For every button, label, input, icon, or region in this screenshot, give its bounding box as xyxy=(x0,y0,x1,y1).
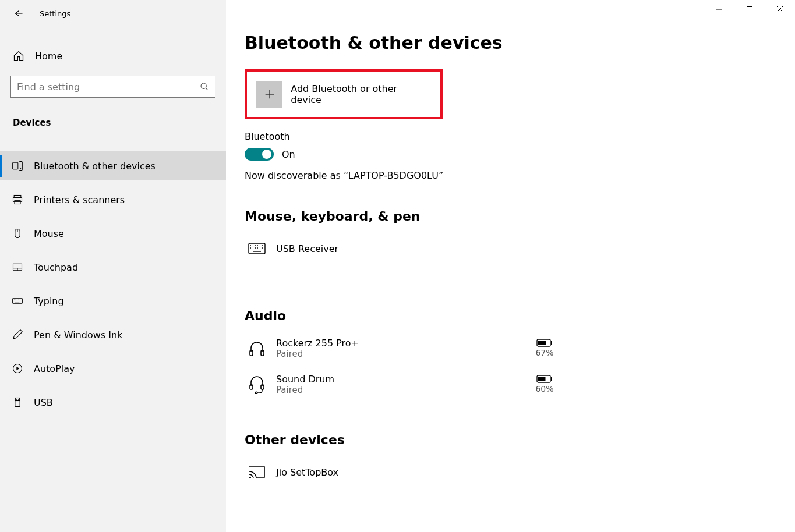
nav-item-label: Printers & scanners xyxy=(34,194,125,205)
plus-icon xyxy=(263,88,276,101)
back-button[interactable] xyxy=(13,8,23,19)
device-name: USB Receiver xyxy=(276,243,559,254)
add-device-button[interactable]: Add Bluetooth or other device xyxy=(256,81,429,108)
svg-marker-22 xyxy=(16,367,19,371)
bluetooth-label: Bluetooth xyxy=(245,131,564,142)
svg-point-1 xyxy=(201,83,206,88)
svg-rect-6 xyxy=(14,196,21,198)
usb-icon xyxy=(12,396,23,408)
group-title-audio: Audio xyxy=(245,308,564,323)
nav-item-label: Bluetooth & other devices xyxy=(34,161,156,172)
device-rockerz[interactable]: Rockerz 255 Pro+ Paired 67% xyxy=(245,334,559,363)
svg-rect-28 xyxy=(747,7,752,12)
svg-line-2 xyxy=(206,88,207,90)
arrow-left-icon xyxy=(13,8,23,19)
battery-icon xyxy=(536,339,553,347)
close-button[interactable] xyxy=(765,0,795,19)
svg-rect-14 xyxy=(13,299,23,303)
home-icon xyxy=(13,50,24,62)
svg-rect-51 xyxy=(538,341,546,345)
nav-typing[interactable]: Typing xyxy=(0,286,226,315)
sidebar: Settings Home Devices Bluetooth & other … xyxy=(0,0,226,532)
nav-item-label: Pen & Windows Ink xyxy=(34,329,122,341)
headset-icon xyxy=(245,372,269,396)
add-device-highlight: Add Bluetooth or other device xyxy=(245,69,443,119)
battery-icon xyxy=(536,375,553,383)
main-content: Bluetooth & other devices Add Bluetooth … xyxy=(226,0,795,532)
headphones-icon xyxy=(245,336,269,360)
app-title: Settings xyxy=(40,9,70,18)
close-icon xyxy=(776,6,783,13)
nav-pen[interactable]: Pen & Windows Ink xyxy=(0,320,226,349)
device-sound-drum[interactable]: Sound Drum Paired 60% xyxy=(245,370,559,399)
device-name: Rockerz 255 Pro+ xyxy=(276,338,530,349)
add-icon-box xyxy=(256,81,282,108)
bluetooth-toggle-row: On xyxy=(245,148,564,161)
svg-rect-23 xyxy=(16,398,20,401)
battery-value: 60% xyxy=(535,384,553,393)
svg-rect-8 xyxy=(15,201,20,204)
svg-rect-33 xyxy=(249,243,265,254)
group-title-mouse: Mouse, keyboard, & pen xyxy=(245,209,564,224)
minimize-button[interactable] xyxy=(704,0,734,19)
search-icon xyxy=(200,82,209,91)
svg-rect-3 xyxy=(13,162,18,169)
touchpad-icon xyxy=(12,261,23,273)
maximize-icon xyxy=(746,6,753,13)
bluetooth-devices-icon xyxy=(12,160,23,172)
battery-indicator: 60% xyxy=(530,375,559,393)
svg-rect-24 xyxy=(15,401,20,407)
nav-usb[interactable]: USB xyxy=(0,388,226,417)
device-usb-receiver[interactable]: USB Receiver xyxy=(245,234,559,263)
nav-item-label: Touchpad xyxy=(34,262,78,273)
nav-autoplay[interactable]: AutoPlay xyxy=(0,354,226,383)
bluetooth-state-label: On xyxy=(282,149,295,160)
svg-rect-57 xyxy=(538,377,546,381)
titlebar: Settings xyxy=(0,0,226,27)
autoplay-icon xyxy=(12,363,23,374)
nav-mouse[interactable]: Mouse xyxy=(0,219,226,248)
nav-printers[interactable]: Printers & scanners xyxy=(0,185,226,214)
cast-device-icon xyxy=(245,460,269,484)
nav-item-label: Typing xyxy=(34,296,64,307)
nav-item-label: AutoPlay xyxy=(34,363,75,374)
home-label: Home xyxy=(35,51,62,62)
svg-rect-50 xyxy=(551,341,552,345)
device-status: Paired xyxy=(276,385,530,395)
svg-point-58 xyxy=(249,477,251,478)
svg-point-5 xyxy=(20,168,21,169)
discoverable-text: Now discoverable as “LAPTOP-B5DGO0LU” xyxy=(245,170,564,181)
nav-item-label: Mouse xyxy=(34,228,64,239)
nav-touchpad[interactable]: Touchpad xyxy=(0,253,226,282)
device-name: Jio SetTopBox xyxy=(276,467,559,478)
keyboard-device-icon xyxy=(245,236,269,261)
mouse-icon xyxy=(12,228,23,239)
nav-list: Bluetooth & other devices Printers & sca… xyxy=(0,151,226,417)
keyboard-icon xyxy=(12,295,23,307)
search-input[interactable] xyxy=(17,81,200,93)
maximize-button[interactable] xyxy=(734,0,765,19)
printer-icon xyxy=(12,194,23,205)
nav-item-label: USB xyxy=(34,397,53,408)
nav-bluetooth[interactable]: Bluetooth & other devices xyxy=(0,151,226,180)
sidebar-section-title: Devices xyxy=(0,107,226,137)
battery-value: 67% xyxy=(535,348,553,357)
home-nav[interactable]: Home xyxy=(0,44,226,68)
battery-indicator: 67% xyxy=(530,339,559,357)
svg-point-54 xyxy=(255,392,257,394)
pen-icon xyxy=(12,329,23,341)
window-controls xyxy=(704,0,795,19)
device-status: Paired xyxy=(276,349,530,359)
minimize-icon xyxy=(716,6,723,13)
svg-rect-56 xyxy=(551,377,552,381)
device-name: Sound Drum xyxy=(276,374,530,385)
bluetooth-toggle[interactable] xyxy=(245,148,274,161)
device-settopbox[interactable]: Jio SetTopBox xyxy=(245,457,559,487)
add-device-label: Add Bluetooth or other device xyxy=(291,83,429,105)
page-title: Bluetooth & other devices xyxy=(245,33,564,53)
group-title-other: Other devices xyxy=(245,432,564,447)
search-box[interactable] xyxy=(10,76,215,98)
